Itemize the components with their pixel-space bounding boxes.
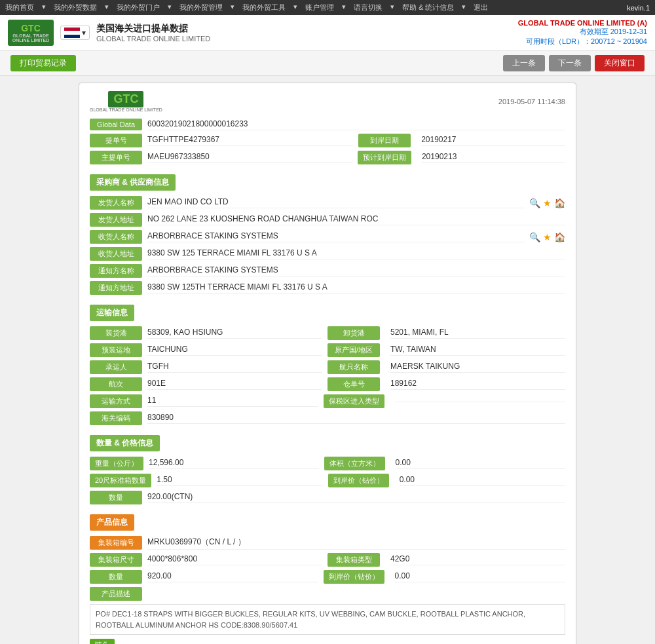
container-size-row: 集装箱尺寸 4000*806*800 集装箱类型 42G0 xyxy=(90,553,565,567)
twentyft-row: 20尺标准箱数量 1.50 到岸价（钻价） 0.00 xyxy=(90,474,565,487)
qty-price-section: 数量 & 价格信息 xyxy=(90,435,160,451)
consignee-search-icon[interactable]: 🔍 xyxy=(529,232,540,242)
precarriage-value: TAICHUNG xyxy=(147,345,322,356)
load-port-label: 装货港 xyxy=(90,326,142,340)
consignee-star-icon[interactable]: ★ xyxy=(543,232,552,242)
nav-user: kevin.1 xyxy=(627,4,650,12)
transport-value: 11 xyxy=(147,396,318,407)
container-type-label: 集装箱类型 xyxy=(328,553,380,567)
record-timestamp: 2019-05-07 11:14:38 xyxy=(498,98,565,105)
arrival-date-label: 到岸日期 xyxy=(358,134,411,147)
customs-label: 海关编码 xyxy=(90,411,142,425)
nav-language[interactable]: 语言切换 xyxy=(354,3,383,12)
page-subtitle: GLOBAL TRADE ONLINE LIMITED xyxy=(96,35,210,43)
prev-button[interactable]: 上一条 xyxy=(503,55,545,71)
consignee-actions: 🔍 ★ 🏠 xyxy=(529,232,565,242)
page-title: 美国海关进口提单数据 xyxy=(96,23,210,35)
global-data-label: Global Data xyxy=(90,119,142,130)
nav-trade-data[interactable]: 我的外贸数据 xyxy=(54,3,97,12)
vessel-name-label: 航只名称 xyxy=(328,360,380,374)
record-logo-sub: GLOBAL TRADE ONLINE LIMITED xyxy=(90,107,162,112)
bill-label: 提单号 xyxy=(90,134,142,147)
port-row: 装货港 58309, KAO HSIUNG 卸货港 5201, MIAMI, F… xyxy=(90,326,565,340)
voyage-label: 航次 xyxy=(90,377,142,391)
voyage-row: 航次 901E 仓单号 189162 xyxy=(90,377,565,391)
flag-selector[interactable]: ▾ xyxy=(60,26,90,40)
voyage-value: 901E xyxy=(147,379,322,390)
twentyft-label: 20尺标准箱数量 xyxy=(90,474,151,487)
page-header: GTC GLOBAL TRADE ONLINE LIMITED ▾ 美国海关进口… xyxy=(0,15,655,51)
twentyft-value: 1.50 xyxy=(157,475,322,486)
nav-home[interactable]: 我的首页 xyxy=(5,3,34,12)
top-navigation: 我的首页 ▾ 我的外贸数据 ▾ 我的外贸门户 ▾ 我的外贸管理 ▾ 我的外贸工具… xyxy=(0,0,655,15)
bill-value: TGFHTTPE4279367 xyxy=(147,135,353,146)
est-arrival-label: 预计到岸日期 xyxy=(358,151,411,164)
buyer-supplier-section: 采购商 & 供应商信息 xyxy=(90,174,176,191)
header-right: GLOBAL TRADE ONLINE LIMITED (A) 有效期至 201… xyxy=(518,19,647,47)
carrier-value: TGFH xyxy=(147,362,322,373)
shipping-section: 运输信息 xyxy=(90,305,134,321)
notify-name-label: 通知方名称 xyxy=(90,264,142,278)
shipper-address-row: 发货人地址 NO 262 LANE 23 KUOSHENG ROAD CHANG… xyxy=(90,213,565,227)
valid-until: 有效期至 2019-12-31 xyxy=(518,27,647,37)
qty2-label: 数量 xyxy=(90,570,142,584)
qty2-row: 数量 920.00 到岸价（钻价） 0.00 xyxy=(90,570,565,584)
product-desc-header-label: 产品描述 xyxy=(90,587,142,601)
transport-row: 运输方式 11 保税区进入类型 xyxy=(90,394,565,408)
master-bill-label: 主提单号 xyxy=(90,151,142,164)
ftz-label: 保税区进入类型 xyxy=(324,394,384,408)
record-logo: GTC GLOBAL TRADE ONLINE LIMITED xyxy=(90,91,162,112)
load-port-value: 58309, KAO HSIUNG xyxy=(147,328,322,339)
arrival-date-value: 20190217 xyxy=(421,135,565,146)
consignee-name-label: 收货人名称 xyxy=(90,230,142,244)
notify-name-row: 通知方名称 ARBORBRACE STAKING SYSTEMS xyxy=(90,264,565,278)
ftz-value xyxy=(395,400,566,402)
landed-price-value: 0.00 xyxy=(400,475,565,486)
warehouse-value: 189162 xyxy=(390,379,565,390)
carrier-row: 承运人 TGFH 航只名称 MAERSK TAIKUNG xyxy=(90,360,565,374)
nav-help[interactable]: 帮助 & 统计信息 xyxy=(402,3,454,12)
global-data-row: Global Data 60032019021800000016233 xyxy=(90,119,565,130)
nav-foreign-tools[interactable]: 我的外贸工具 xyxy=(242,3,286,12)
carrier-label: 承运人 xyxy=(90,360,142,374)
nav-account[interactable]: 账户管理 xyxy=(305,3,334,12)
consignee-address-label: 收货人地址 xyxy=(90,247,142,261)
product-section: 产品信息 xyxy=(90,514,134,531)
qty2-value: 920.00 xyxy=(147,571,318,582)
warehouse-label: 仓单号 xyxy=(328,377,380,391)
shipper-actions: 🔍 ★ 🏠 xyxy=(529,198,565,208)
weight-label: 重量（公斤） xyxy=(90,457,143,470)
origin-country-label: 原产国/地区 xyxy=(328,343,380,357)
nav-foreign-mgmt[interactable]: 我的外贸管理 xyxy=(179,3,223,12)
notify-address-label: 通知方地址 xyxy=(90,281,142,295)
shipper-home-icon[interactable]: 🏠 xyxy=(554,198,565,208)
landed-price-label: 到岸价（钻价） xyxy=(328,474,389,487)
header-left: GTC GLOBAL TRADE ONLINE LIMITED ▾ 美国海关进口… xyxy=(8,20,210,46)
shipper-star-icon[interactable]: ★ xyxy=(543,198,552,208)
page-title-box: 美国海关进口提单数据 GLOBAL TRADE ONLINE LIMITED xyxy=(96,23,210,43)
close-button[interactable]: 关闭窗口 xyxy=(595,55,645,71)
next-button[interactable]: 下一条 xyxy=(549,55,591,71)
nav-logout[interactable]: 退出 xyxy=(474,3,488,12)
container-no-value: MRKU0369970（CN / L / ） xyxy=(147,537,565,550)
shipper-address-value: NO 262 LANE 23 KUOSHENG ROAD CHANGHUA TA… xyxy=(147,214,565,225)
nav-menu: 我的首页 ▾ 我的外贸数据 ▾ 我的外贸门户 ▾ 我的外贸管理 ▾ 我的外贸工具… xyxy=(5,3,488,12)
flag-arrow: ▾ xyxy=(82,28,86,37)
notify-address-row: 通知方地址 9380 SW 125TH TERRACE MIAMI FL 331… xyxy=(90,281,565,295)
consignee-name-row: 收货人名称 ARBORBRACE STAKING SYSTEMS 🔍 ★ 🏠 xyxy=(90,230,565,244)
consignee-name-value: ARBORBRACE STAKING SYSTEMS xyxy=(147,231,525,242)
quantity-label: 数量 xyxy=(90,491,142,504)
record-header: GTC GLOBAL TRADE ONLINE LIMITED 2019-05-… xyxy=(90,91,565,112)
shipper-search-icon[interactable]: 🔍 xyxy=(529,198,540,208)
est-arrival-value: 20190213 xyxy=(422,152,565,163)
nav-foreign-portal[interactable]: 我的外贸门户 xyxy=(117,3,160,12)
logo-subtitle2: ONLINE LIMITED xyxy=(12,38,49,43)
consignee-address-value: 9380 SW 125 TERRACE MIAMI FL 33176 U S A xyxy=(147,248,565,259)
discharge-port-value: 5201, MIAMI, FL xyxy=(390,328,565,339)
vessel-name-value: MAERSK TAIKUNG xyxy=(390,362,565,373)
notify-name-value: ARBORBRACE STAKING SYSTEMS xyxy=(147,265,565,276)
print-button[interactable]: 打印贸易记录 xyxy=(10,55,76,71)
consignee-home-icon[interactable]: 🏠 xyxy=(554,232,565,242)
remarks-label[interactable]: 唛头 xyxy=(90,639,115,644)
bill-row: 提单号 TGFHTTPE4279367 到岸日期 20190217 xyxy=(90,134,565,147)
